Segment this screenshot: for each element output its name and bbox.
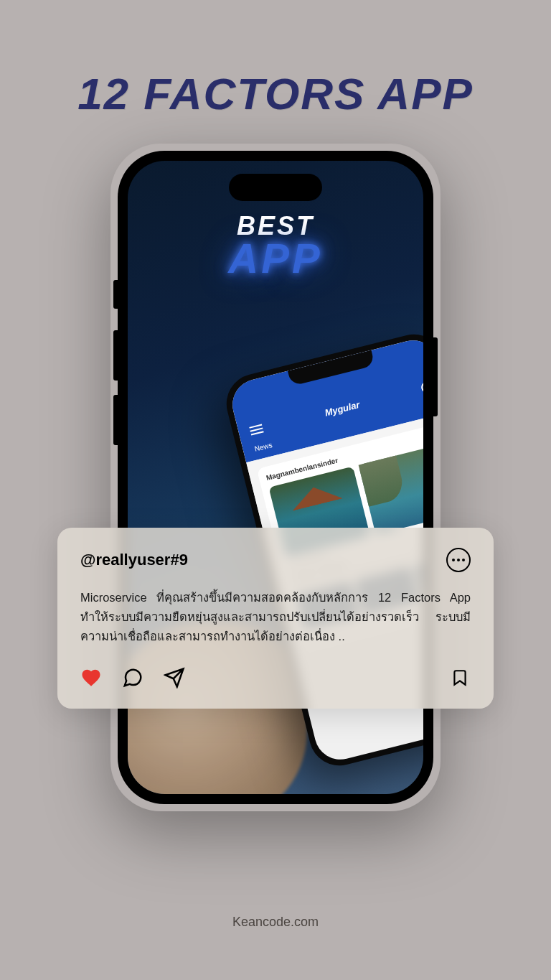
footer-credit: Keancode.com: [0, 915, 551, 930]
hamburger-icon: [249, 424, 263, 436]
bookmark-icon[interactable]: [449, 667, 471, 689]
page-title: 12 FACTORS APP: [0, 0, 551, 119]
social-post-card: @reallyuser#9 Microservice ที่คุณสร้างขึ…: [57, 528, 494, 709]
inner-brand: Mygular: [324, 398, 361, 418]
inner-image-2: [359, 444, 423, 534]
more-options-icon[interactable]: [446, 548, 471, 572]
dynamic-island: [229, 174, 322, 201]
post-username[interactable]: @reallyuser#9: [80, 551, 188, 569]
share-icon[interactable]: [164, 667, 185, 689]
app-label: APP: [228, 234, 322, 282]
like-icon[interactable]: [80, 667, 102, 689]
inner-tab: News: [254, 441, 273, 453]
comment-icon[interactable]: [122, 667, 143, 689]
post-body: Microservice ที่คุณสร้างขึ้นมีความสอดคล้…: [80, 588, 471, 647]
search-icon: [420, 381, 423, 394]
